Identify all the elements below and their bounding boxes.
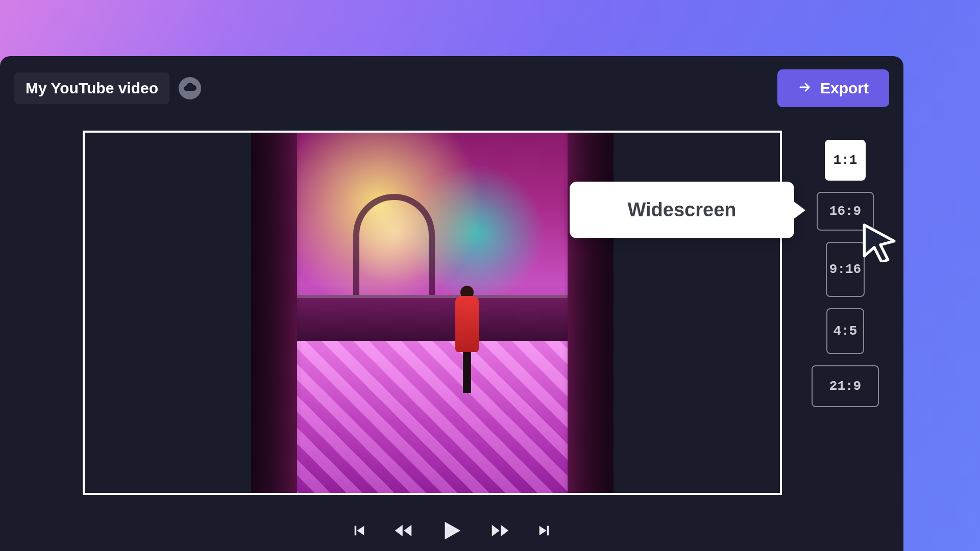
aspect-ratio-4-5[interactable]: 4:5 (826, 308, 864, 354)
editor-window: My YouTube video Export Widescreen (0, 56, 903, 551)
skip-end-icon (537, 523, 551, 539)
fast-forward-button[interactable] (490, 523, 510, 540)
svg-rect-2 (547, 526, 549, 536)
svg-rect-1 (355, 526, 357, 536)
cloud-sync-badge[interactable] (179, 77, 201, 99)
export-button-label: Export (820, 80, 869, 97)
aspect-tooltip-wrap: Widescreen (570, 182, 794, 238)
video-preview-image (251, 133, 614, 493)
skip-start-icon (352, 523, 366, 539)
video-canvas[interactable]: Widescreen (83, 131, 782, 495)
aspect-ratio-21-9[interactable]: 21:9 (812, 365, 879, 407)
aspect-ratio-panel: 1:1 16:9 9:16 4:5 21:9 (812, 140, 879, 407)
aspect-ratio-9-16[interactable]: 9:16 (826, 242, 865, 297)
aspect-ratio-1-1[interactable]: 1:1 (825, 140, 866, 181)
aspect-tooltip: Widescreen (570, 182, 794, 238)
export-button[interactable]: Export (777, 69, 889, 107)
playback-controls (14, 517, 889, 545)
skip-start-button[interactable] (352, 523, 366, 539)
play-button[interactable] (440, 517, 463, 545)
skip-end-button[interactable] (537, 523, 551, 539)
rewind-button[interactable] (393, 523, 413, 540)
arrow-right-icon (798, 80, 812, 97)
cloud-check-icon (183, 80, 197, 96)
fast-forward-icon (490, 523, 510, 540)
play-icon (440, 517, 463, 545)
project-title[interactable]: My YouTube video (14, 72, 169, 104)
stage-row: Widescreen 1:1 16:9 9:16 4:5 21:9 (14, 131, 889, 495)
rewind-icon (393, 523, 413, 540)
top-bar: My YouTube video Export (14, 69, 889, 107)
aspect-ratio-16-9[interactable]: 16:9 (817, 192, 874, 231)
